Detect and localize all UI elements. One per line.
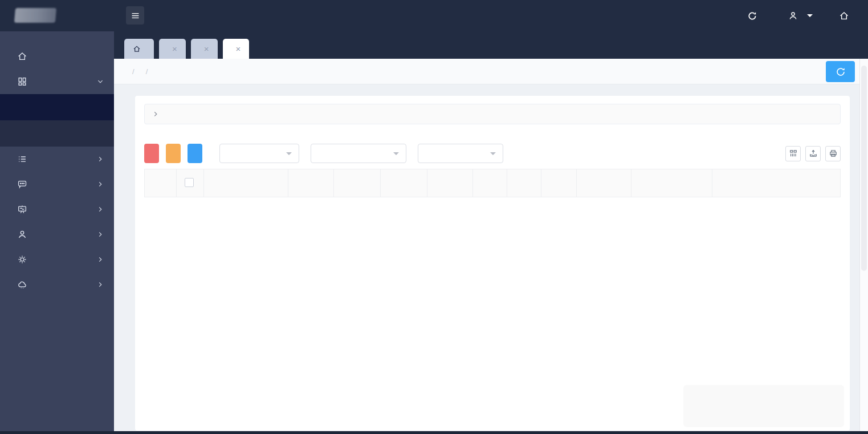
toolbar <box>144 144 841 163</box>
sidebar-submenu <box>0 94 114 147</box>
col-header-time <box>631 169 712 197</box>
col-header-category <box>334 169 381 197</box>
add-content-button[interactable] <box>188 144 202 163</box>
caret-down-icon <box>393 152 399 158</box>
monitor-icon <box>17 204 27 214</box>
gear-icon <box>17 254 27 265</box>
sidebar-subitem-goods-list[interactable] <box>0 120 114 147</box>
breadcrumb: // <box>127 67 153 76</box>
sidebar-item-interaction[interactable] <box>0 172 114 197</box>
col-header-sort <box>473 169 507 197</box>
user-icon <box>17 229 27 240</box>
sidebar-item-content[interactable] <box>0 69 114 94</box>
sidebar-item-seo[interactable] <box>0 197 114 222</box>
refresh-icon <box>747 11 757 21</box>
select-change-recommend[interactable] <box>311 144 406 163</box>
sidebar-item-system[interactable] <box>0 247 114 272</box>
app-logo <box>14 8 56 23</box>
tab-content-list[interactable]: × <box>223 39 250 59</box>
refresh-page-button[interactable] <box>826 61 855 82</box>
user-icon <box>788 11 798 21</box>
clear-cache-button[interactable] <box>747 11 762 21</box>
sidebar-item-user[interactable] <box>0 222 114 247</box>
refresh-icon <box>835 66 846 78</box>
col-header-video <box>381 169 427 197</box>
col-header-id <box>145 169 177 197</box>
sidebar-subitem-content-list[interactable] <box>0 94 114 120</box>
print-icon <box>829 149 838 158</box>
select-batch-audit[interactable] <box>418 144 503 163</box>
print-button[interactable] <box>825 146 841 161</box>
close-icon[interactable]: × <box>236 44 241 53</box>
breadcrumb-separator: / <box>132 67 135 76</box>
tab-bar: ××× <box>114 31 868 59</box>
chevron-right-icon <box>97 256 104 263</box>
columns-icon <box>789 149 798 158</box>
close-icon[interactable]: × <box>204 44 209 53</box>
caret-down-icon <box>490 152 496 158</box>
tab-column-list[interactable]: × <box>159 39 186 59</box>
columns-button[interactable] <box>785 146 801 161</box>
window-bottom-edge <box>0 431 868 434</box>
scrollbar-thumb[interactable] <box>861 66 867 271</box>
chevron-right-icon <box>97 231 104 238</box>
chevron-right-icon <box>97 181 104 188</box>
search-collapse-toggle[interactable] <box>144 104 841 124</box>
select-batch-change-column[interactable] <box>219 144 299 163</box>
sidebar-item-extension[interactable] <box>0 272 114 297</box>
watermark <box>683 385 844 427</box>
batch-delete-button[interactable] <box>144 144 159 163</box>
tab-desktop[interactable] <box>124 39 154 59</box>
table-header-row <box>145 169 841 197</box>
col-header-price <box>427 169 473 197</box>
frontend-home-link[interactable] <box>839 11 854 21</box>
chevron-down-icon <box>97 78 104 85</box>
sidebar <box>0 31 114 431</box>
main-area: // <box>114 59 868 431</box>
col-header-select <box>177 169 204 197</box>
col-header-clicks <box>507 169 541 197</box>
chat-icon <box>17 179 27 189</box>
sidebar-item-dashboard[interactable] <box>0 44 114 69</box>
col-header-audit <box>577 169 631 197</box>
sidebar-item-column[interactable] <box>0 147 114 172</box>
col-header-recommend <box>541 169 577 197</box>
breadcrumb-bar: // <box>114 59 868 84</box>
chevron-right-icon <box>97 281 104 288</box>
export-icon <box>809 149 818 158</box>
close-icon[interactable]: × <box>172 44 177 53</box>
vertical-scrollbar[interactable] <box>859 59 868 431</box>
sidebar-menu <box>0 44 114 297</box>
export-button[interactable] <box>805 146 821 161</box>
select-all-checkbox[interactable] <box>185 178 194 187</box>
home-icon <box>839 11 849 21</box>
home-icon <box>133 45 141 53</box>
top-header <box>0 0 868 31</box>
col-header-title <box>288 169 334 197</box>
home-icon <box>17 51 27 62</box>
hamburger-icon <box>131 11 140 21</box>
cloud-icon <box>17 279 27 290</box>
content-table <box>144 169 841 197</box>
user-menu[interactable] <box>788 11 813 21</box>
chevron-right-icon <box>97 206 104 213</box>
caret-down-icon <box>807 14 813 20</box>
content-card <box>135 96 850 431</box>
tab-admin-home[interactable]: × <box>191 39 218 59</box>
col-header-thumb <box>204 169 288 197</box>
col-header-actions <box>712 169 841 197</box>
list-icon <box>17 154 27 164</box>
caret-down-icon <box>286 152 292 158</box>
chevron-right-icon <box>152 111 159 117</box>
chevron-right-icon <box>97 156 104 163</box>
grid-icon <box>17 76 27 87</box>
batch-copy-button[interactable] <box>166 144 181 163</box>
menu-toggle-button[interactable] <box>126 6 144 25</box>
content-area <box>114 84 868 431</box>
breadcrumb-separator: / <box>146 67 148 76</box>
